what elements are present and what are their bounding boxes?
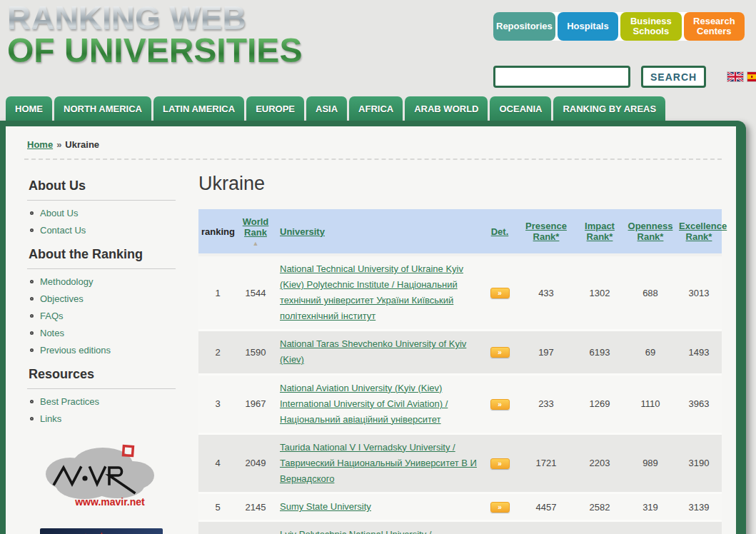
sidebar-heading-about-ranking: About the Ranking xyxy=(27,247,176,269)
university-cell: Taurida National V I Vernadsky Universit… xyxy=(274,440,482,487)
impact-rank-sort-link[interactable]: Impact Rank* xyxy=(585,221,615,242)
sidebar-item-best-practices[interactable]: Best Practices xyxy=(30,396,176,407)
presence-rank-cell: 1721 xyxy=(518,458,575,468)
sidebar-link-objectives[interactable]: Objectives xyxy=(40,293,84,304)
presence-rank-cell: 4457 xyxy=(518,502,575,513)
page-title: Ukraine xyxy=(198,173,722,195)
university-link[interactable]: Sumy State University xyxy=(280,501,371,512)
world-rank-cell: 2049 xyxy=(237,458,274,468)
hospitals-button[interactable]: Hospitals xyxy=(558,12,618,41)
details-button[interactable]: » xyxy=(490,347,510,358)
sidebar-link-methodology[interactable]: Methodology xyxy=(40,276,93,287)
sidebar-item-notes[interactable]: Notes xyxy=(30,328,176,338)
bullet-icon xyxy=(30,348,34,352)
det-cell: » xyxy=(482,458,518,469)
university-link[interactable]: National Taras Shevchenko University of … xyxy=(280,338,466,365)
university-sort-link[interactable]: University xyxy=(280,226,325,237)
det-header-link[interactable]: Det. xyxy=(491,226,509,237)
excellence-rank-cell: 1493 xyxy=(676,347,722,358)
site-header: RANKING WEB OF UNIVERSITIES Repositories… xyxy=(0,0,756,96)
presence-rank-sort-link[interactable]: Presence Rank* xyxy=(525,221,567,242)
world-rank-cell: 2145 xyxy=(237,502,274,513)
university-link[interactable]: National Aviation University (Kyiv (Kiev… xyxy=(280,383,448,425)
bullet-icon xyxy=(30,211,34,215)
presence-rank-cell: 233 xyxy=(518,398,575,409)
header-university: University xyxy=(274,226,482,237)
mavir-logo[interactable]: www.mavir.net xyxy=(40,440,163,513)
world-rank-cell: 1544 xyxy=(237,288,274,298)
openness-rank-cell: 69 xyxy=(625,347,676,358)
uk-flag-icon[interactable] xyxy=(727,72,743,81)
header-excellence-rank: Excellence Rank* xyxy=(676,221,722,242)
research-centers-button[interactable]: Research Centers xyxy=(684,12,745,41)
business-schools-button[interactable]: Business Schools xyxy=(620,12,681,41)
details-button[interactable]: » xyxy=(490,458,510,469)
university-link[interactable]: Taurida National V I Vernadsky Universit… xyxy=(280,442,477,484)
details-button[interactable]: » xyxy=(490,502,510,513)
search-button[interactable]: SEARCH xyxy=(641,66,706,88)
header-presence-rank: Presence Rank* xyxy=(518,221,575,242)
logo-line1: RANKING WEB xyxy=(7,3,302,34)
sidebar-item-contact-us[interactable]: Contact Us xyxy=(30,225,176,236)
university-cell: National Technical University of Ukraine… xyxy=(274,261,482,324)
search-input[interactable] xyxy=(493,66,630,88)
tab-home[interactable]: HOME xyxy=(6,96,52,121)
bullet-icon xyxy=(30,228,34,232)
ranking-cell: 3 xyxy=(198,398,237,409)
details-button[interactable]: » xyxy=(490,399,510,410)
ranking-cell: 1 xyxy=(198,288,237,298)
sidebar-link-contact-us[interactable]: Contact Us xyxy=(40,225,86,236)
sidebar-link-previous-editions[interactable]: Previous editions xyxy=(40,345,111,356)
tab-arab-world[interactable]: ARAB WORLD xyxy=(405,96,488,121)
sidebar-link-links[interactable]: Links xyxy=(40,413,61,424)
university-link[interactable]: Lviv Polytechnic National University / Н… xyxy=(280,529,437,534)
det-cell: » xyxy=(482,346,518,358)
sidebar-item-objectives[interactable]: Objectives xyxy=(30,293,176,304)
world-rank-cell: 1590 xyxy=(237,347,274,358)
university-link[interactable]: National Technical University of Ukraine… xyxy=(280,263,463,321)
sidebar-link-faqs[interactable]: FAQs xyxy=(40,311,64,321)
sidebar-heading-about-us: About Us xyxy=(27,178,176,201)
ranking-table: ranking World Rank ▲ University Det. Pre… xyxy=(198,209,722,534)
tab-latin-america[interactable]: LATIN AMERICA xyxy=(153,96,244,121)
repositories-button[interactable]: Repositories xyxy=(493,12,555,41)
sort-asc-icon: ▲ xyxy=(240,240,271,247)
ranking-cell: 5 xyxy=(198,502,237,513)
sidebar-item-previous-editions[interactable]: Previous editions xyxy=(30,345,176,356)
tab-asia[interactable]: ASIA xyxy=(306,96,347,121)
language-switcher xyxy=(727,72,756,81)
bullet-icon xyxy=(30,280,34,283)
tab-north-america[interactable]: NORTH AMERICA xyxy=(54,96,151,121)
openness-rank-cell: 688 xyxy=(625,288,676,298)
sidebar-link-notes[interactable]: Notes xyxy=(40,328,64,338)
tab-europe[interactable]: EUROPE xyxy=(246,96,304,121)
sidebar-link-best-practices[interactable]: Best Practices xyxy=(40,396,99,407)
spain-flag-icon[interactable] xyxy=(747,72,756,81)
majesticseo-logo[interactable]: ★ ★ ★ ★ ★ ★ ★ MAJESTICSEO xyxy=(40,528,163,534)
excellence-rank-sort-link[interactable]: Excellence Rank* xyxy=(679,221,727,242)
tab-africa[interactable]: AFRICA xyxy=(349,96,403,121)
openness-rank-sort-link[interactable]: Openness Rank* xyxy=(628,221,673,242)
breadcrumb-home-link[interactable]: Home xyxy=(27,139,53,150)
header-impact-rank: Impact Rank* xyxy=(575,221,625,242)
bullet-icon xyxy=(30,297,34,301)
table-row: 6 2164 Lviv Polytechnic National Univers… xyxy=(198,522,722,534)
sidebar-link-about-us[interactable]: About Us xyxy=(40,208,78,218)
details-button[interactable]: » xyxy=(490,288,510,298)
sidebar-item-faqs[interactable]: FAQs xyxy=(30,311,176,321)
sidebar-item-about-us[interactable]: About Us xyxy=(30,208,176,218)
impact-rank-cell: 1302 xyxy=(575,288,625,298)
ranking-cell: 4 xyxy=(198,458,237,468)
excellence-rank-cell: 3190 xyxy=(676,458,722,468)
tab-oceania[interactable]: OCEANIA xyxy=(490,96,551,121)
world-rank-sort-link[interactable]: World Rank xyxy=(243,216,269,238)
ranking-cell: 2 xyxy=(198,347,237,358)
sidebar-item-methodology[interactable]: Methodology xyxy=(30,276,176,287)
tab-ranking-by-areas[interactable]: RANKING BY AREAS xyxy=(553,96,665,121)
university-cell: National Taras Shevchenko University of … xyxy=(274,336,482,368)
site-logo[interactable]: RANKING WEB OF UNIVERSITIES xyxy=(7,3,302,66)
impact-rank-cell: 1269 xyxy=(575,398,625,409)
impact-rank-cell: 2582 xyxy=(575,502,625,513)
table-header: ranking World Rank ▲ University Det. Pre… xyxy=(198,209,722,256)
sidebar-item-links[interactable]: Links xyxy=(30,413,176,424)
